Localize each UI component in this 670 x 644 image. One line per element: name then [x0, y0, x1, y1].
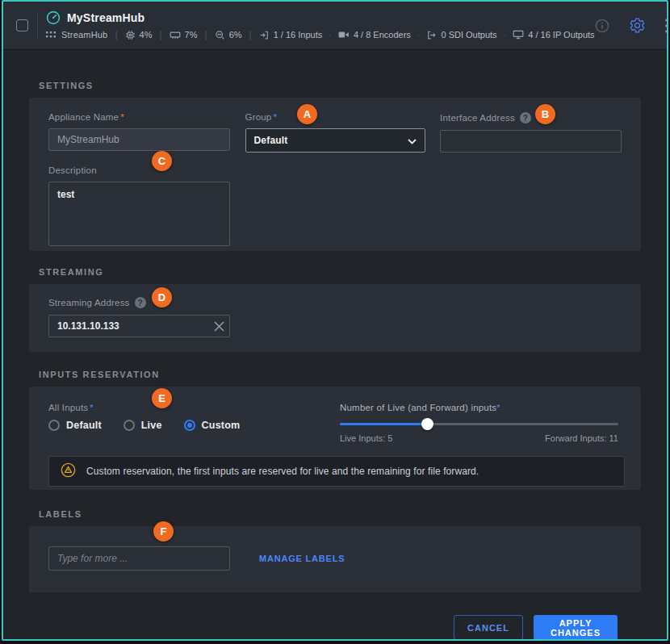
encoders-icon: [338, 30, 350, 40]
streaming-section-title: STREAMING: [39, 267, 641, 277]
appliance-title: MyStreamHub: [67, 11, 144, 24]
live-forward-slider-field: Number of Live (and Forward) inputs* Liv…: [340, 403, 618, 443]
ip-outputs-stat: 4 / 16 IP Outputs: [513, 30, 594, 40]
slider-thumb[interactable]: [421, 418, 433, 430]
appliance-settings-dialog: MyStreamHub StreamHub | 4% | 7% |: [2, 0, 668, 641]
inputs-reservation-section-title: INPUTS RESERVATION: [39, 370, 641, 379]
interface-address-field: Interface Address ?: [440, 112, 622, 153]
radio-option-custom[interactable]: Custom: [184, 420, 241, 431]
annotation-badge-c: C: [152, 151, 172, 171]
streaming-address-input[interactable]: [48, 315, 230, 337]
slider-label: Number of Live (and Forward) inputs: [340, 403, 496, 412]
appliance-name-input[interactable]: [48, 128, 230, 151]
inputs-reservation-panel: E All Inputs* Default Live: [29, 387, 641, 490]
settings-panel: A B C Appliance Name* Group* Default: [29, 98, 641, 251]
memory-stat: 7%: [170, 30, 198, 40]
grid-icon: [46, 31, 56, 39]
appliance-status-icon: [46, 10, 61, 25]
chevron-down-icon: [408, 133, 417, 148]
live-inputs-slider[interactable]: [340, 423, 618, 425]
live-inputs-count: Live Inputs: 5: [340, 433, 392, 443]
group-select-value: Default: [254, 135, 288, 146]
interface-address-help-icon[interactable]: ?: [520, 112, 531, 123]
clear-streaming-address-icon[interactable]: [214, 320, 224, 335]
appliance-summary: MyStreamHub StreamHub | 4% | 7% |: [46, 10, 595, 40]
slider-fill: [340, 423, 427, 425]
warning-icon: [61, 462, 76, 481]
info-icon[interactable]: [595, 19, 609, 33]
interface-address-input[interactable]: [440, 130, 622, 153]
appliance-name-label: Appliance Name: [48, 112, 119, 122]
header-actions: [595, 17, 668, 34]
disk-icon: [215, 30, 225, 40]
labels-panel: F MANAGE LABELS: [29, 526, 641, 592]
group-field: Group* Default: [245, 112, 425, 153]
labels-section-title: LABELS: [39, 509, 641, 519]
description-field: Description test: [48, 165, 622, 249]
custom-reservation-notice: Custom reservation, the first inputs are…: [48, 456, 625, 487]
header-divider: [37, 12, 38, 40]
appliance-name-field: Appliance Name*: [48, 112, 230, 153]
all-inputs-radio-group: Default Live Custom: [48, 420, 240, 431]
interface-address-label: Interface Address: [440, 113, 515, 123]
settings-section-title: SETTINGS: [39, 81, 641, 90]
inputs-icon: [259, 30, 270, 40]
sdi-outputs-stat: 0 SDI Outputs: [426, 30, 496, 40]
ip-outputs-icon: [513, 30, 524, 40]
annotation-badge-e: E: [152, 388, 172, 408]
forward-inputs-count: Forward Inputs: 11: [545, 433, 618, 443]
radio-option-default[interactable]: Default: [48, 420, 102, 431]
radio-custom[interactable]: [184, 420, 195, 431]
sdi-outputs-icon: [426, 30, 437, 40]
all-inputs-field: All Inputs* Default Live Custom: [48, 403, 240, 431]
description-textarea[interactable]: test: [48, 182, 230, 246]
streaming-panel: D Streaming Address ?: [29, 284, 641, 352]
select-appliance-checkbox[interactable]: [16, 19, 28, 31]
radio-default[interactable]: [48, 420, 60, 431]
annotation-badge-b: B: [535, 104, 555, 124]
memory-icon: [170, 30, 181, 40]
settings-gear-icon[interactable]: [629, 17, 646, 34]
kebab-menu-icon[interactable]: [665, 19, 668, 33]
inputs-stat: 1 / 16 Inputs: [259, 30, 323, 40]
description-label: Description: [48, 165, 97, 175]
annotation-badge-d: D: [152, 287, 172, 307]
appliance-header: MyStreamHub StreamHub | 4% | 7% |: [3, 2, 667, 50]
radio-option-live[interactable]: Live: [124, 420, 162, 431]
manage-labels-link[interactable]: MANAGE LABELS: [259, 554, 345, 563]
labels-input[interactable]: [48, 546, 230, 571]
all-inputs-label: All Inputs: [48, 403, 88, 412]
disk-stat: 6%: [215, 30, 242, 40]
notice-text: Custom reservation, the first inputs are…: [86, 466, 479, 477]
dialog-footer: CANCEL APPLY CHANGES: [29, 615, 618, 640]
streaming-address-label: Streaming Address: [48, 298, 130, 307]
encoders-stat: 4 / 8 Encoders: [338, 30, 411, 40]
apply-changes-button[interactable]: APPLY CHANGES: [534, 615, 618, 640]
cpu-icon: [125, 30, 136, 40]
radio-live[interactable]: [124, 420, 135, 431]
appliance-stats: StreamHub | 4% | 7% | 6% |: [46, 29, 595, 40]
streaming-address-help-icon[interactable]: ?: [135, 297, 146, 308]
dialog-content: SETTINGS A B C Appliance Name* Group* De…: [3, 50, 667, 640]
group-select[interactable]: Default: [245, 128, 425, 153]
group-label: Group: [245, 112, 272, 122]
annotation-badge-f: F: [153, 521, 174, 542]
product-name: StreamHub: [61, 30, 107, 40]
cpu-stat: 4%: [125, 30, 153, 40]
cancel-button[interactable]: CANCEL: [454, 615, 523, 640]
annotation-badge-a: A: [297, 104, 317, 124]
